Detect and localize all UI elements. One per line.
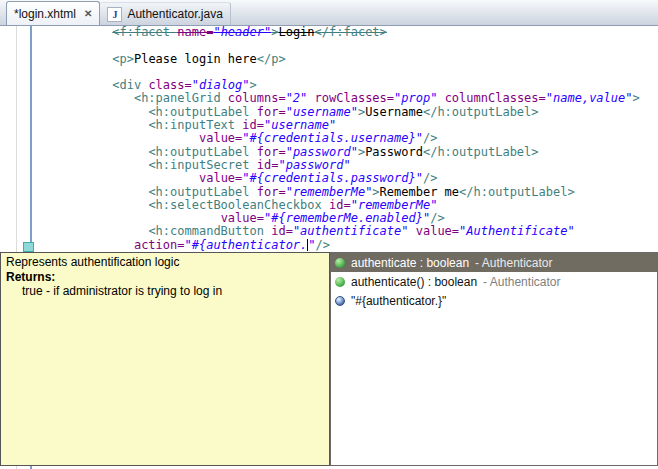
- code-token-val: "#{authenticator.: [185, 238, 308, 252]
- javadoc-description: Represents authentification logic: [6, 255, 324, 270]
- code-token-plain: Username: [365, 105, 423, 119]
- javadoc-popup: Represents authentification logic Return…: [0, 252, 330, 466]
- code-token-tag: />: [316, 238, 330, 252]
- code-token-val: "#{credentials.password}": [242, 171, 423, 185]
- tab-label: Authenticator.java: [127, 7, 222, 21]
- code-token-plain: [307, 91, 314, 105]
- code-token-val: "dialog": [192, 78, 250, 92]
- code-token-attr: value=: [199, 131, 242, 145]
- code-token-tag: </p>: [257, 52, 286, 66]
- javadoc-returns-label: Returns:: [6, 270, 324, 285]
- code-token-tag: />: [423, 171, 437, 185]
- code-token-val: "#{rememberMe.enabled}": [264, 211, 430, 225]
- code-token-val: "2": [286, 91, 308, 105]
- code-token-attr: for=: [257, 105, 286, 119]
- code-line: <h:outputLabel for="password">Password</…: [40, 146, 658, 159]
- code-token-ind: [40, 91, 134, 105]
- code-line: value="#{credentials.username}"/>: [40, 132, 658, 145]
- code-token-attr: action=: [134, 238, 185, 252]
- code-token-attr: for=: [257, 185, 286, 199]
- code-token-plain: Password: [365, 145, 423, 159]
- code-token-tag: >: [372, 185, 379, 199]
- code-token-tag: <h:outputLabel: [148, 185, 256, 199]
- tab-login-xhtml[interactable]: *login.xhtml ✕: [6, 1, 100, 25]
- completion-item[interactable]: authenticate : boolean - Authenticator: [331, 253, 657, 272]
- el-expression-icon: [335, 296, 345, 306]
- code-token-val: "header": [213, 25, 271, 39]
- code-token-attr: class=: [148, 78, 191, 92]
- method-public-icon: [335, 277, 345, 287]
- code-token-val: "password": [278, 158, 350, 172]
- completion-list: authenticate : boolean - Authenticatorau…: [331, 253, 657, 310]
- code-line: <h:inputSecret id="password": [40, 159, 658, 172]
- code-line: <h:outputLabel for="rememberMe">Remember…: [40, 186, 658, 199]
- code-token-tag: <h:selectBooleanCheckbox: [148, 198, 329, 212]
- occurrence-marker: [23, 242, 34, 252]
- tab-authenticator-java[interactable]: J Authenticator.java: [100, 2, 230, 25]
- code-token-tag: </f:facet>: [315, 25, 387, 39]
- code-token-attr: rowClasses=: [315, 91, 394, 105]
- code-token-val: "Authentificate": [459, 224, 575, 238]
- code-line: <f:facet name="header">Login</f:facet>: [40, 26, 658, 39]
- method-public-icon: [335, 258, 345, 268]
- code-token-tag: <h:commandButton: [148, 224, 271, 238]
- completion-item[interactable]: authenticate() : boolean - Authenticator: [331, 272, 657, 291]
- code-token-tag: <h:inputSecret: [148, 158, 256, 172]
- code-token-attr: columnClasses=: [445, 91, 546, 105]
- code-token-val: "#{credentials.username}": [242, 131, 423, 145]
- code-area[interactable]: <f:facet name="header">Login</f:facet> <…: [40, 26, 658, 252]
- code-line: [40, 66, 658, 79]
- code-token-tag: <h:inputText: [148, 118, 242, 132]
- javadoc-returns-value: true - if administrator is trying to log…: [6, 284, 324, 299]
- completion-qualifier: - Authenticator: [483, 275, 560, 289]
- code-token-plain: Login: [278, 25, 314, 39]
- code-token-tag: </h:outputLabel>: [423, 145, 539, 159]
- code-line: value="#{rememberMe.enabled}"/>: [40, 212, 658, 225]
- completion-item[interactable]: "#{authenticator.}": [331, 291, 657, 310]
- editor-tab-bar: *login.xhtml ✕ J Authenticator.java: [0, 0, 658, 26]
- code-line: action="#{authenticator."/>: [40, 239, 658, 252]
- code-token-tag: />: [430, 211, 444, 225]
- code-token-ind: [40, 158, 148, 172]
- code-token-ind: [40, 238, 134, 252]
- code-line: <h:inputText id="username": [40, 119, 658, 132]
- code-token-ind: [40, 211, 221, 225]
- code-token-tag: >: [250, 78, 257, 92]
- code-token-ind: [40, 185, 148, 199]
- code-token-tag: >: [633, 91, 640, 105]
- code-token-ind: [40, 105, 148, 119]
- code-token-ind: [40, 78, 112, 92]
- completion-qualifier: - Authenticator: [475, 256, 552, 270]
- code-token-val: "password": [286, 145, 358, 159]
- code-token-ind: [40, 145, 148, 159]
- code-token-attr: name=: [177, 25, 213, 39]
- completion-label: authenticate() : boolean: [351, 275, 477, 289]
- code-token-plain: [437, 91, 444, 105]
- java-file-icon: J: [107, 7, 122, 22]
- code-token-attr: id=: [257, 158, 279, 172]
- code-token-val: "name,value": [546, 91, 633, 105]
- code-token-attr: id=: [329, 198, 351, 212]
- code-token-plain: Please login here: [134, 52, 257, 66]
- completion-label: authenticate : boolean: [351, 256, 469, 270]
- completion-label: "#{authenticator.}": [351, 294, 446, 308]
- code-token-ind: [40, 131, 199, 145]
- code-token-tag: </h:outputLabel>: [459, 185, 575, 199]
- code-token-val: "rememberMe": [351, 198, 438, 212]
- code-line: <h:panelGrid columns="2" rowClasses="pro…: [40, 92, 658, 105]
- code-token-attr: id=: [242, 118, 264, 132]
- code-line: <div class="dialog">: [40, 79, 658, 92]
- close-icon[interactable]: ✕: [84, 8, 92, 19]
- code-token-ind: [40, 25, 112, 39]
- code-token-val: "prop": [394, 91, 437, 105]
- code-token-ind: [40, 224, 148, 238]
- code-token-tag: <h:outputLabel: [148, 145, 256, 159]
- code-token-tag: </h:outputLabel>: [423, 105, 539, 119]
- code-token-tag: <p>: [112, 52, 134, 66]
- code-token-attr: columns=: [228, 91, 286, 105]
- code-token-val: "username": [286, 105, 358, 119]
- code-line: <h:outputLabel for="username">Username</…: [40, 106, 658, 119]
- ide-window: *login.xhtml ✕ J Authenticator.java <f:f…: [0, 0, 658, 469]
- code-token-tag: <h:outputLabel: [148, 105, 256, 119]
- code-token-ind: [40, 52, 112, 66]
